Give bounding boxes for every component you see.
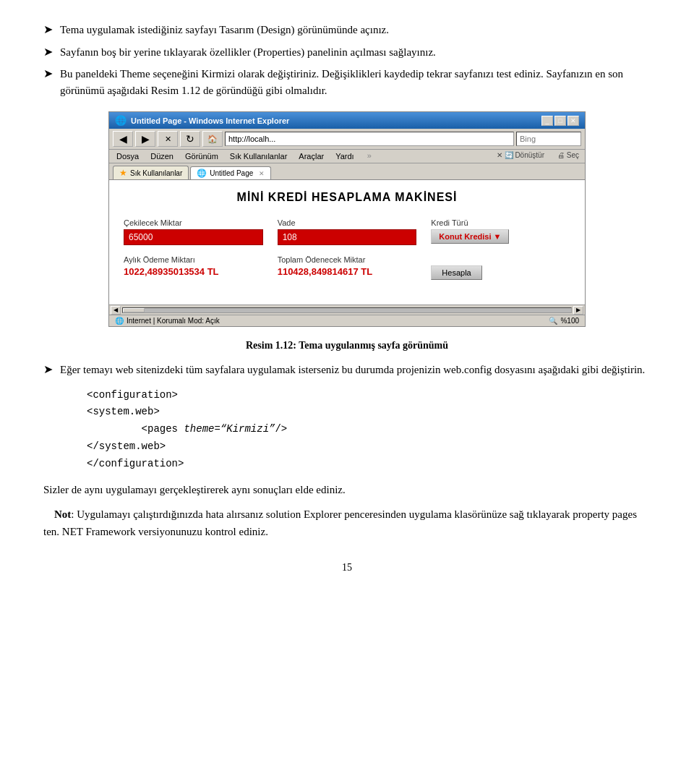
zoom-level: %100 [560,317,579,325]
status-text: Internet | Korumalı Mod: Açık [127,317,220,325]
code-line-1: <configuration> [87,387,651,404]
browser-statusbar: 🌐 Internet | Korumalı Mod: Açık 🔍 %100 [109,315,585,326]
form-row-2: Aylık Ödeme Miktarı 1022,48935013534 TL … [124,255,570,280]
forward-button[interactable]: ▶ [135,131,155,147]
address-bar[interactable] [225,132,514,146]
input-vade[interactable]: 108 [278,229,417,245]
browser-screenshot: 🌐 Untitled Page - Windows Internet Explo… [108,111,586,327]
value-toplam: 110428,849814617 TL [278,266,417,277]
bullet-text-4: Eğer temayı web sitenizdeki tüm sayfalar… [60,362,651,378]
arrow-icon-2: ➤ [43,45,53,59]
field-aylik: Aylık Ödeme Miktarı 1022,48935013534 TL [124,255,263,277]
zoom-icon: 🔍 [549,317,557,325]
page-content: ➤ Tema uygulamak istediğiniz sayfayı Tas… [43,22,651,574]
field-hesapla: Hesapla [431,255,570,280]
scroll-right-button[interactable]: ▶ [573,306,583,315]
field-cekilecek: Çekilecek Miktar 65000 [124,218,263,245]
code-line-2: <system.web> [87,404,651,421]
browser-window-controls[interactable]: _ □ ✕ [541,116,579,126]
browser-tabs: ★ Sık Kullanılanlar 🌐 Untitled Page ✕ [109,163,585,179]
tab-sik-kullanilanlar[interactable]: ★ Sık Kullanılanlar [113,166,189,179]
browser-titlebar: 🌐 Untitled Page - Windows Internet Explo… [109,112,585,129]
browser-toolbar: ◀ ▶ ✕ ↻ 🏠 [109,129,585,150]
minimize-button[interactable]: _ [541,116,553,126]
label-vade: Vade [278,218,417,227]
input-cekilecek[interactable]: 65000 [124,229,263,245]
konut-kredisi-button[interactable]: Konut Kredisi ▼ [431,229,509,244]
paragraph-note: Not: Uygulamayı çalıştırdığınızda hata a… [43,506,651,540]
bullet-item-4: ➤ Eğer temayı web sitenizdeki tüm sayfal… [43,362,651,378]
menu-dosya[interactable]: Dosya [115,151,140,161]
arrow-icon-1: ➤ [43,22,53,36]
label-aylik: Aylık Ödeme Miktarı [124,255,263,264]
paragraph-5: Sizler de aynı uygulamayı gerçekleştirer… [43,481,651,498]
scroll-track[interactable] [122,307,572,313]
code-line-3: <pages theme=“Kirmizi”/> [87,421,651,438]
bullet-item-2: ➤ Sayfanın boş bir yerine tıklayarak öze… [43,44,651,61]
stop-button[interactable]: ✕ [158,131,178,147]
menu-sik[interactable]: Sık Kullanılanlar [228,151,289,161]
value-aylik: 1022,48935013534 TL [124,266,263,277]
menu-araclar[interactable]: Araçlar [297,151,325,161]
tab-untitled-page[interactable]: 🌐 Untitled Page ✕ [190,166,271,179]
label-toplam: Toplam Ödenecek Miktar [278,255,417,264]
bullet-text-1: Tema uygulamak istediğiniz sayfayı Tasar… [60,22,651,38]
bullet-item-3: ➤ Bu paneldeki Theme seçeneğini Kirmizi … [43,66,651,98]
back-button[interactable]: ◀ [113,131,133,147]
menu-gorunum[interactable]: Görünüm [184,151,220,161]
page-number: 15 [43,562,651,574]
hesapla-button[interactable]: Hesapla [431,265,481,280]
form-row-1: Çekilecek Miktar 65000 Vade 108 Kredi Tü… [124,218,570,245]
globe-icon: 🌐 [115,317,124,325]
refresh-button[interactable]: ↻ [180,131,200,147]
field-toplam: Toplam Ödenecek Miktar 110428,849814617 … [278,255,417,277]
image-caption: Resim 1.12: Tema uygulanmış sayfa görünü… [43,340,651,351]
browser-menubar: Dosya Düzen Görünüm Sık Kullanılanlar Ar… [109,150,585,163]
arrow-icon-3: ➤ [43,67,53,80]
search-bar[interactable] [516,132,581,146]
label-cekilecek: Çekilecek Miktar [124,218,263,227]
page-title: MİNİ KREDİ HESAPLAMA MAKİNESİ [124,191,570,204]
code-block: <configuration> <system.web> <pages them… [87,387,651,473]
menu-duzen[interactable]: Düzen [149,151,175,161]
code-line-5: </configuration> [87,456,651,473]
close-button[interactable]: ✕ [567,116,579,126]
bullet-text-2: Sayfanın boş bir yerine tıklayarak özell… [60,44,651,61]
scroll-left-button[interactable]: ◀ [111,306,121,315]
home-button[interactable]: 🏠 [202,131,223,147]
field-vade: Vade 108 [278,218,417,245]
note-text: : Uygulamayı çalıştırdığınızda hata alır… [43,508,637,537]
note-label: Not [54,508,71,520]
label-kredi-turu: Kredi Türü [431,218,570,227]
maximize-button[interactable]: □ [554,116,566,126]
code-line-4: </system.web> [87,438,651,456]
bullet-item-1: ➤ Tema uygulamak istediğiniz sayfayı Tas… [43,22,651,38]
arrow-icon-4: ➤ [43,362,53,376]
scroll-thumb[interactable] [123,308,145,312]
horizontal-scrollbar[interactable]: ◀ ▶ [109,304,585,315]
browser-page-content: MİNİ KREDİ HESAPLAMA MAKİNESİ Çekilecek … [109,179,585,304]
bullet-text-3: Bu paneldeki Theme seçeneğini Kirmizi ol… [60,66,651,98]
field-kredi-turu: Kredi Türü Konut Kredisi ▼ [431,218,570,244]
menu-yardi[interactable]: Yardı [334,151,355,161]
browser-title: Untitled Page - Windows Internet Explore… [131,116,289,125]
status-left: 🌐 Internet | Korumalı Mod: Açık [115,317,220,325]
status-right: 🔍 %100 [549,317,579,325]
